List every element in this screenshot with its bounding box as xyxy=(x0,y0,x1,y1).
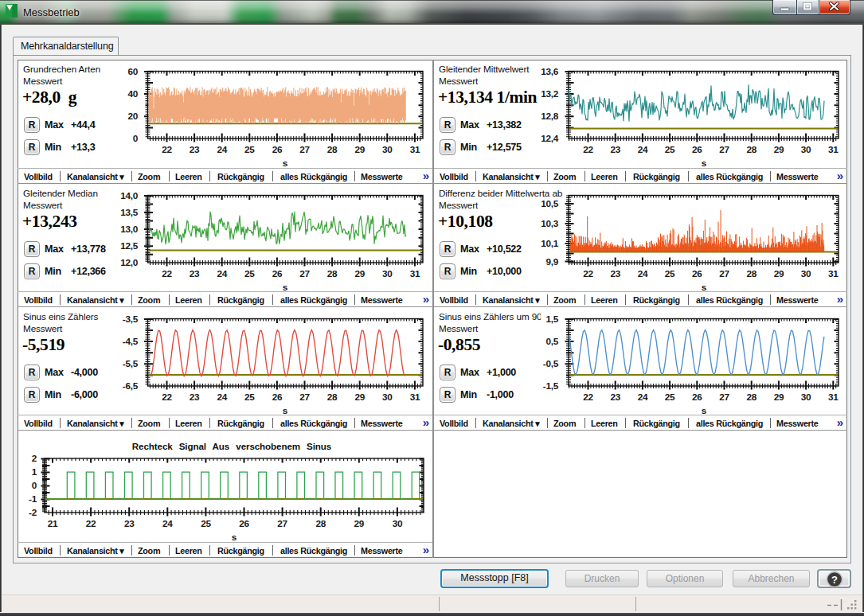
svg-text:40: 40 xyxy=(127,88,138,99)
svg-text:26: 26 xyxy=(239,518,249,529)
svg-text:s: s xyxy=(232,532,237,543)
svg-text:0: 0 xyxy=(32,480,37,491)
svg-text:28: 28 xyxy=(315,518,326,529)
svg-text:25: 25 xyxy=(665,392,675,403)
svg-text:26: 26 xyxy=(692,144,702,155)
svg-text:28: 28 xyxy=(327,144,338,155)
svg-text:22: 22 xyxy=(162,392,172,403)
svg-text:30: 30 xyxy=(382,144,393,155)
svg-text:23: 23 xyxy=(610,268,620,279)
svg-text:27: 27 xyxy=(719,268,729,279)
svg-text:30: 30 xyxy=(393,518,403,529)
svg-text:s: s xyxy=(283,158,288,169)
svg-text:31: 31 xyxy=(828,144,839,155)
svg-text:13,0: 13,0 xyxy=(120,224,138,235)
svg-text:31: 31 xyxy=(410,268,420,279)
svg-text:-0,5: -0,5 xyxy=(543,358,559,369)
svg-text:-6,5: -6,5 xyxy=(123,380,139,392)
svg-text:24: 24 xyxy=(217,144,227,155)
svg-text:23: 23 xyxy=(190,268,200,279)
svg-text:23: 23 xyxy=(610,144,620,155)
svg-text:21: 21 xyxy=(48,518,58,529)
svg-text:25: 25 xyxy=(244,144,255,155)
svg-text:1: 1 xyxy=(32,466,37,478)
svg-text:24: 24 xyxy=(162,518,173,529)
svg-text:31: 31 xyxy=(828,392,839,403)
svg-text:30: 30 xyxy=(382,392,393,403)
svg-text:30: 30 xyxy=(801,268,811,279)
svg-text:22: 22 xyxy=(583,268,593,279)
svg-text:0,5: 0,5 xyxy=(546,336,559,347)
svg-text:24: 24 xyxy=(638,392,648,403)
svg-text:10,5: 10,5 xyxy=(541,198,558,209)
svg-text:22: 22 xyxy=(86,518,96,529)
svg-text:20: 20 xyxy=(127,111,138,122)
svg-text:9,9: 9,9 xyxy=(546,256,559,267)
svg-text:-1: -1 xyxy=(29,493,37,505)
svg-text:10,1: 10,1 xyxy=(541,238,558,249)
svg-text:28: 28 xyxy=(327,268,338,279)
svg-text:s: s xyxy=(702,158,707,169)
svg-text:-5,5: -5,5 xyxy=(123,358,139,369)
svg-text:25: 25 xyxy=(665,268,675,279)
svg-text:28: 28 xyxy=(327,392,338,403)
svg-text:27: 27 xyxy=(299,392,310,403)
svg-text:60: 60 xyxy=(127,66,138,77)
svg-text:29: 29 xyxy=(354,518,365,529)
svg-text:27: 27 xyxy=(299,144,310,155)
svg-text:22: 22 xyxy=(162,144,172,155)
svg-text:10,3: 10,3 xyxy=(541,218,558,229)
svg-text:25: 25 xyxy=(201,518,211,529)
svg-text:29: 29 xyxy=(354,392,365,403)
svg-text:26: 26 xyxy=(272,268,283,279)
svg-text:14,0: 14,0 xyxy=(120,190,138,201)
svg-text:30: 30 xyxy=(382,268,393,279)
svg-text:29: 29 xyxy=(774,268,784,279)
svg-text:22: 22 xyxy=(583,392,593,403)
svg-text:-4,5: -4,5 xyxy=(123,336,139,347)
svg-text:25: 25 xyxy=(665,144,675,155)
svg-text:30: 30 xyxy=(801,392,811,403)
svg-text:23: 23 xyxy=(610,392,620,403)
svg-text:25: 25 xyxy=(244,268,255,279)
svg-text:31: 31 xyxy=(410,392,420,403)
svg-text:27: 27 xyxy=(299,268,310,279)
svg-text:-3,5: -3,5 xyxy=(123,314,139,325)
svg-text:12,8: 12,8 xyxy=(541,111,558,122)
svg-text:24: 24 xyxy=(217,392,227,403)
svg-text:26: 26 xyxy=(692,392,702,403)
svg-text:26: 26 xyxy=(272,144,283,155)
svg-text:24: 24 xyxy=(638,144,648,155)
svg-text:24: 24 xyxy=(217,268,227,279)
svg-text:28: 28 xyxy=(746,392,756,403)
svg-text:27: 27 xyxy=(719,392,729,403)
svg-text:29: 29 xyxy=(354,144,365,155)
svg-text:31: 31 xyxy=(410,144,420,155)
svg-text:1,5: 1,5 xyxy=(546,314,559,325)
svg-text:2: 2 xyxy=(32,453,37,464)
svg-text:31: 31 xyxy=(828,268,839,279)
svg-text:29: 29 xyxy=(774,144,784,155)
svg-text:0: 0 xyxy=(133,133,139,144)
svg-text:22: 22 xyxy=(583,144,593,155)
svg-text:23: 23 xyxy=(124,518,135,529)
svg-text:30: 30 xyxy=(801,144,811,155)
svg-text:-1,5: -1,5 xyxy=(543,380,559,392)
svg-text:23: 23 xyxy=(190,392,200,403)
svg-text:27: 27 xyxy=(719,144,729,155)
svg-text:13,5: 13,5 xyxy=(120,207,138,218)
svg-text:24: 24 xyxy=(638,268,648,279)
svg-text:26: 26 xyxy=(692,268,702,279)
svg-text:13,6: 13,6 xyxy=(541,66,558,77)
svg-text:28: 28 xyxy=(746,268,756,279)
svg-text:12,0: 12,0 xyxy=(120,257,138,268)
svg-text:13,2: 13,2 xyxy=(541,88,558,99)
svg-text:28: 28 xyxy=(746,144,756,155)
svg-text:23: 23 xyxy=(190,144,200,155)
svg-text:29: 29 xyxy=(354,268,365,279)
svg-text:?: ? xyxy=(831,574,838,586)
svg-text:27: 27 xyxy=(277,518,287,529)
svg-text:12,5: 12,5 xyxy=(120,240,138,251)
svg-text:25: 25 xyxy=(244,392,255,403)
svg-text:-2: -2 xyxy=(29,507,37,518)
